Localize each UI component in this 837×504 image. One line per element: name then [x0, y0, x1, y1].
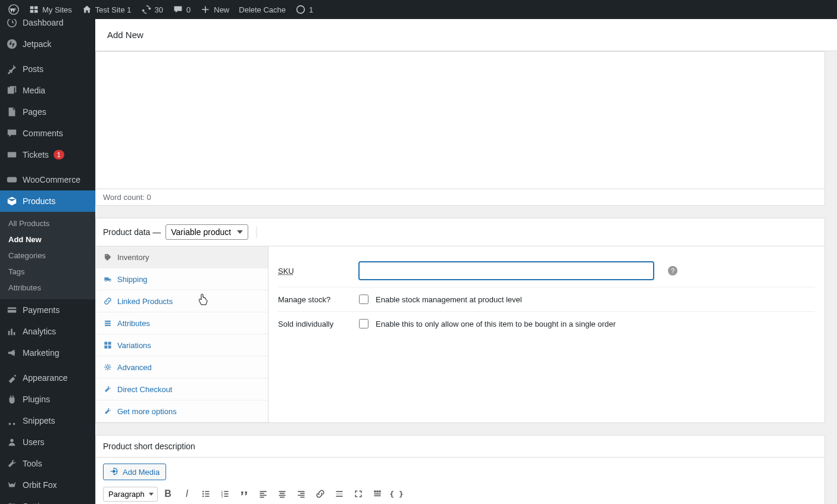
adminbar-updates[interactable]: 30 [136, 0, 168, 19]
adminbar-site[interactable]: Test Site 1 [77, 0, 136, 19]
adminbar-comments[interactable]: 0 [168, 0, 195, 19]
plus-icon [200, 4, 211, 15]
adminbar-comments-count: 0 [186, 5, 190, 14]
update-icon [141, 4, 152, 15]
adminbar-site-label: Test Site 1 [95, 5, 132, 14]
comment-icon [173, 4, 183, 15]
adminbar-mysites-label: My Sites [42, 5, 72, 14]
admin-bar: My Sites Test Site 1 30 0 New Delete Cac… [0, 0, 837, 19]
sites-icon [29, 4, 39, 15]
wordpress-icon [8, 4, 19, 15]
adminbar-updates-count: 30 [155, 5, 163, 14]
adminbar-deletecache[interactable]: Delete Cache [234, 0, 291, 19]
adminbar-deletecache-label: Delete Cache [239, 5, 286, 14]
adminbar-new-label: New [214, 5, 229, 14]
adminbar-mysites[interactable]: My Sites [24, 0, 77, 19]
adminbar-new[interactable]: New [195, 0, 234, 19]
adminbar-performance-count: 1 [309, 5, 313, 14]
home-icon [82, 4, 92, 15]
gauge-icon [295, 4, 306, 15]
adminbar-performance[interactable]: 1 [291, 0, 318, 19]
wp-logo[interactable] [4, 0, 24, 19]
